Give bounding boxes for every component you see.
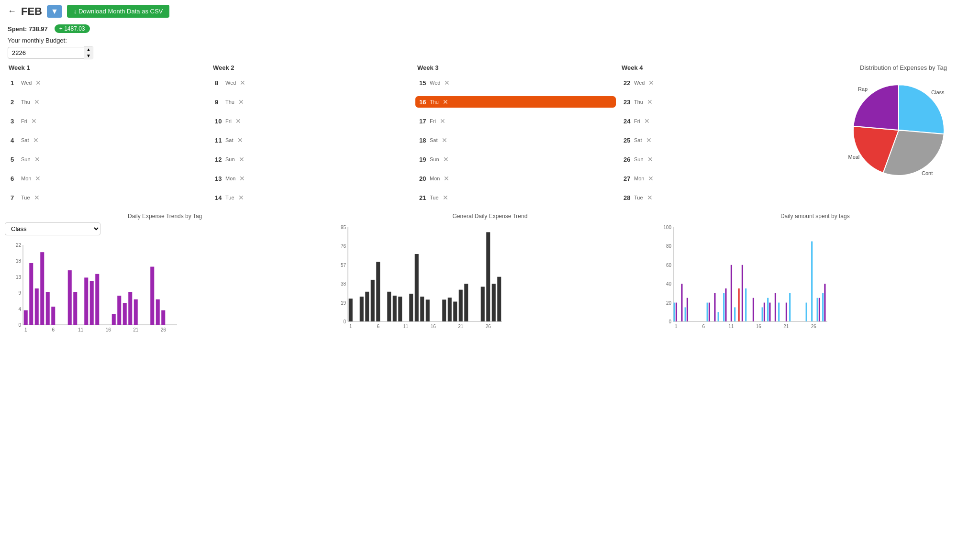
day-cell[interactable]: 11Sat✕ <box>211 134 412 146</box>
budget-input[interactable] <box>8 47 84 59</box>
day-cell[interactable]: 25Sat✕ <box>620 134 820 146</box>
day-delete-icon[interactable]: ✕ <box>443 155 449 163</box>
day-cell[interactable]: 16Thu✕ <box>415 96 616 108</box>
day-row: 21Tue✕ <box>415 189 616 206</box>
day-delete-icon[interactable]: ✕ <box>34 155 40 163</box>
day-cell[interactable]: 5Sun✕ <box>7 154 207 165</box>
back-button[interactable]: ← <box>8 6 16 16</box>
day-name: Wed <box>634 80 645 86</box>
day-cell[interactable]: 23Thu✕ <box>620 96 820 108</box>
day-cell[interactable]: 12Sun✕ <box>211 154 412 165</box>
budget-down-button[interactable]: ▼ <box>84 53 93 59</box>
day-cell[interactable]: 2Thu✕ <box>7 96 207 108</box>
svg-text:6: 6 <box>702 324 705 329</box>
bar-chart-2-svg: 019385776951611162126 <box>330 222 507 335</box>
day-number: 24 <box>624 118 632 125</box>
bar-multi <box>723 293 724 321</box>
day-cell[interactable]: 15Wed✕ <box>415 77 616 88</box>
day-cell[interactable]: 1Wed✕ <box>7 77 207 88</box>
svg-text:1: 1 <box>675 324 678 329</box>
day-number: 1 <box>11 79 19 87</box>
day-delete-icon[interactable]: ✕ <box>444 79 450 87</box>
svg-text:16: 16 <box>431 324 436 329</box>
day-cell[interactable]: 7Tue✕ <box>7 192 207 203</box>
day-cell[interactable]: 13Mon✕ <box>211 173 412 184</box>
day-cell[interactable]: 6Mon✕ <box>7 173 207 184</box>
day-delete-icon[interactable]: ✕ <box>647 98 653 106</box>
day-delete-icon[interactable]: ✕ <box>646 136 652 144</box>
day-delete-icon[interactable]: ✕ <box>443 194 448 201</box>
day-delete-icon[interactable]: ✕ <box>238 194 244 201</box>
bar-multi <box>681 284 682 321</box>
day-cell[interactable]: 22Wed✕ <box>620 77 820 88</box>
day-cell[interactable]: 14Tue✕ <box>211 192 412 203</box>
day-number: 23 <box>624 99 632 106</box>
download-button[interactable]: ↓ Download Month Data as CSV <box>67 5 169 18</box>
day-delete-icon[interactable]: ✕ <box>34 194 40 201</box>
day-number: 20 <box>419 175 428 182</box>
bar <box>454 302 457 321</box>
day-delete-icon[interactable]: ✕ <box>648 79 654 87</box>
day-name: Fri <box>430 118 436 124</box>
day-delete-icon[interactable]: ✕ <box>239 175 245 182</box>
day-cell[interactable]: 26Sun✕ <box>620 154 820 165</box>
svg-text:22: 22 <box>16 243 22 248</box>
day-delete-icon[interactable]: ✕ <box>35 79 41 87</box>
day-number: 18 <box>419 137 428 144</box>
day-delete-icon[interactable]: ✕ <box>34 98 40 106</box>
day-row: 10Fri✕ <box>211 112 412 130</box>
day-number: 21 <box>419 194 428 201</box>
day-cell[interactable]: 9Thu✕ <box>211 96 412 108</box>
bar <box>371 280 375 321</box>
svg-text:40: 40 <box>666 281 672 287</box>
budget-up-button[interactable]: ▲ <box>84 46 93 53</box>
day-name: Tue <box>634 195 643 200</box>
svg-text:26: 26 <box>161 327 167 332</box>
svg-text:16: 16 <box>756 324 761 329</box>
day-delete-icon[interactable]: ✕ <box>35 175 41 182</box>
day-delete-icon[interactable]: ✕ <box>644 117 650 125</box>
day-delete-icon[interactable]: ✕ <box>31 117 37 125</box>
day-delete-icon[interactable]: ✕ <box>647 155 653 163</box>
month-title: FEB <box>21 5 42 18</box>
day-delete-icon[interactable]: ✕ <box>647 194 653 201</box>
day-name: Mon <box>21 176 31 181</box>
day-delete-icon[interactable]: ✕ <box>237 136 243 144</box>
day-delete-icon[interactable]: ✕ <box>240 79 245 87</box>
day-row: 5Sun✕ <box>7 151 207 168</box>
week-header: Week 1 <box>7 64 207 71</box>
day-delete-icon[interactable]: ✕ <box>443 98 448 106</box>
day-cell[interactable]: 8Wed✕ <box>211 77 412 88</box>
day-delete-icon[interactable]: ✕ <box>444 175 449 182</box>
day-delete-icon[interactable]: ✕ <box>239 155 245 163</box>
day-cell[interactable]: 3Fri✕ <box>7 115 207 127</box>
day-delete-icon[interactable]: ✕ <box>648 175 654 182</box>
day-number: 7 <box>11 194 19 201</box>
day-delete-icon[interactable]: ✕ <box>238 98 244 106</box>
day-delete-icon[interactable]: ✕ <box>235 117 241 125</box>
bar <box>399 297 402 321</box>
day-cell[interactable]: 19Sun✕ <box>415 154 616 165</box>
bar <box>498 277 501 321</box>
day-cell[interactable]: 10Fri✕ <box>211 115 412 127</box>
tag-select[interactable]: Class Cont Meal Rap <box>5 222 100 235</box>
day-number: 28 <box>624 194 632 201</box>
day-delete-icon[interactable]: ✕ <box>442 136 447 144</box>
day-delete-icon[interactable]: ✕ <box>33 136 39 144</box>
day-cell[interactable]: 21Tue✕ <box>415 192 616 203</box>
day-cell[interactable]: 18Sat✕ <box>415 134 616 146</box>
day-row: 26Sun✕ <box>620 151 820 168</box>
daily-tag-title: Daily Expense Trends by Tag <box>5 213 325 220</box>
day-cell[interactable]: 17Fri✕ <box>415 115 616 127</box>
day-cell[interactable]: 27Mon✕ <box>620 173 820 184</box>
day-cell[interactable]: 20Mon✕ <box>415 173 616 184</box>
bar-multi <box>745 288 746 321</box>
day-cell[interactable]: 4Sat✕ <box>7 134 207 146</box>
bar <box>492 284 496 321</box>
bar <box>112 314 116 325</box>
month-nav-button[interactable]: ▼ <box>47 5 62 18</box>
day-cell[interactable]: 28Tue✕ <box>620 192 820 203</box>
day-delete-icon[interactable]: ✕ <box>440 117 445 125</box>
day-cell[interactable]: 24Fri✕ <box>620 115 820 127</box>
bar <box>360 297 364 321</box>
